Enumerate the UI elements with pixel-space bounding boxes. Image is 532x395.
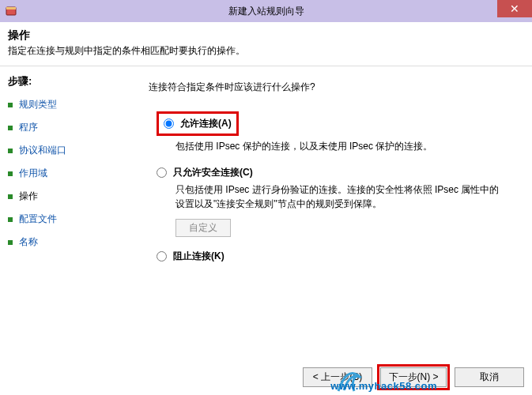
cancel-button[interactable]: 取消 [455,367,524,387]
option-label[interactable]: 阻止连接(K) [173,250,224,263]
steps-heading: 步骤: [8,74,134,88]
sidebar-item-program[interactable]: 程序 [8,121,134,134]
sidebar-item-action[interactable]: 操作 [8,190,134,203]
sidebar-item-name[interactable]: 名称 [8,235,134,249]
radio-allow[interactable] [164,118,174,129]
option-desc: 只包括使用 IPsec 进行身份验证的连接。连接的安全性将依照 IPsec 属性… [175,182,507,211]
step-dot-icon [8,217,13,222]
sidebar-item-protocol[interactable]: 协议和端口 [8,144,134,157]
option-label[interactable]: 允许连接(A) [180,117,232,130]
sidebar: 步骤: 规则类型 程序 协议和端口 作用域 操作 配置文件 名称 [0,66,134,389]
sidebar-item-label: 协议和端口 [19,144,66,157]
section-header: 操作 指定在连接与规则中指定的条件相匹配时要执行的操作。 [0,22,532,66]
page-title: 操作 [0,22,532,44]
close-button[interactable]: ✕ [497,0,532,17]
radio-allow-secure[interactable] [157,167,167,178]
main-panel: 连接符合指定条件时应该进行什么操作? 允许连接(A) 包括使用 IPsec 保护… [134,66,532,389]
step-dot-icon [8,149,13,153]
step-dot-icon [8,240,13,245]
sidebar-item-label: 规则类型 [19,98,57,111]
option-desc: 包括使用 IPsec 保护的连接，以及未使用 IPsec 保护的连接。 [175,139,507,153]
sidebar-item-ruletype[interactable]: 规则类型 [8,98,134,111]
sidebar-item-label: 操作 [19,190,38,203]
step-dot-icon [8,194,13,199]
sidebar-item-label: 配置文件 [19,213,57,226]
option-allow: 允许连接(A) 包括使用 IPsec 保护的连接，以及未使用 IPsec 保护的… [157,111,518,153]
highlight-box: 下一步(N) > [377,364,450,390]
step-dot-icon [8,171,13,176]
sidebar-item-label: 程序 [19,121,38,134]
step-dot-icon [8,126,13,130]
customize-button: 自定义 [175,219,231,237]
sidebar-item-scope[interactable]: 作用域 [8,167,134,180]
next-button[interactable]: 下一步(N) > [380,367,447,387]
titlebar: 新建入站规则向导 ✕ [0,0,532,22]
radio-block[interactable] [157,251,167,261]
step-dot-icon [8,103,13,107]
body-area: 步骤: 规则类型 程序 协议和端口 作用域 操作 配置文件 名称 连接符合指定条… [0,66,532,389]
option-block: 阻止连接(K) [157,250,518,263]
sidebar-item-label: 作用域 [19,167,47,180]
sidebar-item-label: 名称 [19,235,38,249]
highlight-box: 允许连接(A) [157,111,239,136]
window-title: 新建入站规则向导 [0,5,532,18]
question-text: 连接符合指定条件时应该进行什么操作? [149,81,518,94]
close-icon: ✕ [510,2,519,15]
page-description: 指定在连接与规则中指定的条件相匹配时要执行的操作。 [0,44,532,66]
option-allow-secure: 只允许安全连接(C) 只包括使用 IPsec 进行身份验证的连接。连接的安全性将… [157,166,518,237]
sidebar-item-profile[interactable]: 配置文件 [8,213,134,226]
back-button[interactable]: < 上一步(B) [303,367,372,387]
footer-buttons: < 上一步(B) 下一步(N) > 取消 [303,364,524,390]
option-label[interactable]: 只允许安全连接(C) [173,166,253,179]
